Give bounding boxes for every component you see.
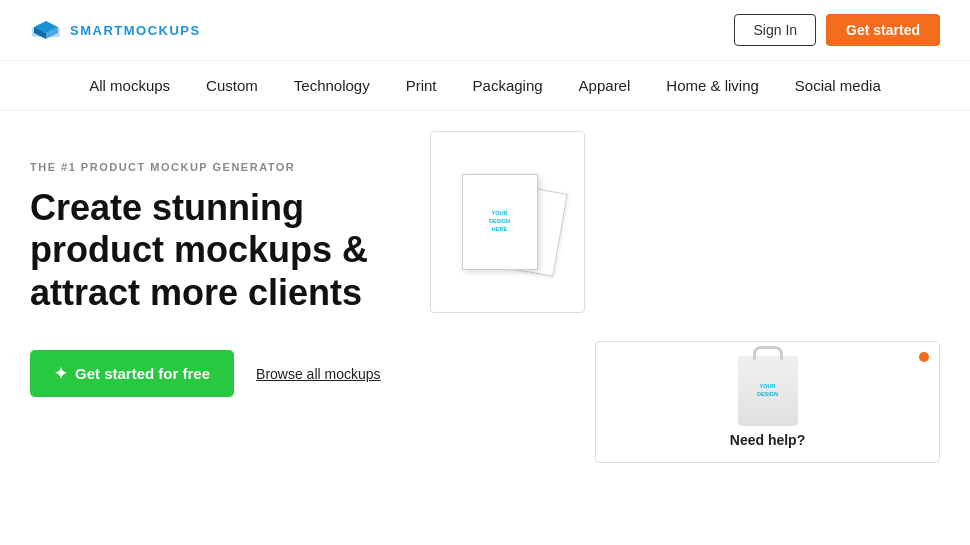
nav-item-home-living[interactable]: Home & living [666, 77, 759, 94]
hero-left: THE #1 PRODUCT MOCKUP GENERATOR Create s… [30, 131, 410, 545]
header-actions: Sign In Get started [734, 14, 940, 46]
help-bag: YOUR DESIGN [738, 356, 798, 426]
logo[interactable]: SMARTMOCKUPS [30, 19, 201, 41]
hero-right: YOUR DESIGN HERE YOUR DESIGN HERE YOUR D… [430, 131, 940, 545]
nav-item-packaging[interactable]: Packaging [473, 77, 543, 94]
nav-item-custom[interactable]: Custom [206, 77, 258, 94]
help-card[interactable]: YOUR DESIGN Need help? [595, 341, 940, 463]
sign-in-button[interactable]: Sign In [734, 14, 816, 46]
hero-actions: ✦ Get started for free Browse all mockup… [30, 350, 410, 397]
help-bag-design-label: YOUR DESIGN [757, 383, 778, 398]
main-nav: All mockups Custom Technology Print Pack… [0, 61, 970, 111]
nav-item-social-media[interactable]: Social media [795, 77, 881, 94]
paper-mockup-card[interactable]: YOUR DESIGN HERE YOUR DESIGN HERE [430, 131, 585, 313]
main-content: THE #1 PRODUCT MOCKUP GENERATOR Create s… [0, 111, 970, 545]
hero-title-line1: Create stunning [30, 187, 304, 228]
logo-text: SMARTMOCKUPS [70, 23, 201, 38]
nav-item-technology[interactable]: Technology [294, 77, 370, 94]
get-started-free-label: Get started for free [75, 365, 210, 382]
magic-icon: ✦ [54, 364, 67, 383]
header: SMARTMOCKUPS Sign In Get started [0, 0, 970, 61]
hero-title-line2: product mockups & [30, 229, 368, 270]
get-started-free-button[interactable]: ✦ Get started for free [30, 350, 234, 397]
paper-mockup-visual: YOUR DESIGN HERE YOUR DESIGN HERE [430, 132, 585, 312]
browse-all-mockups-button[interactable]: Browse all mockups [256, 366, 381, 382]
nav-item-apparel[interactable]: Apparel [579, 77, 631, 94]
help-bag-handle [753, 346, 783, 360]
hero-tagline: THE #1 PRODUCT MOCKUP GENERATOR [30, 161, 410, 173]
hero-title-line3: attract more clients [30, 272, 362, 313]
nav-item-all-mockups[interactable]: All mockups [89, 77, 170, 94]
logo-icon [30, 19, 62, 41]
paper-front-design-label: YOUR DESIGN HERE [489, 210, 510, 233]
nav-item-print[interactable]: Print [406, 77, 437, 94]
get-started-header-button[interactable]: Get started [826, 14, 940, 46]
help-orange-dot [919, 352, 929, 362]
need-help-label: Need help? [730, 432, 805, 448]
hero-title: Create stunning product mockups & attrac… [30, 187, 410, 314]
